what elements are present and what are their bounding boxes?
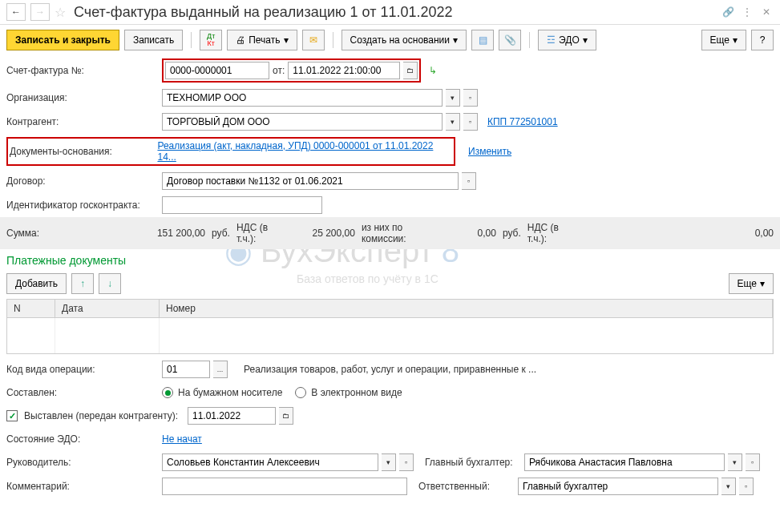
open-button[interactable]: ▫ (463, 89, 478, 107)
sum-value: 151 200,00 (61, 228, 205, 239)
vat-value: 25 200,00 (283, 228, 355, 239)
open-button[interactable]: ▫ (462, 172, 476, 190)
print-button[interactable]: 🖨 Печать ▾ (227, 30, 297, 50)
comment-input[interactable] (162, 478, 407, 495)
col-date[interactable]: Дата (55, 300, 160, 317)
gos-contract-input[interactable] (162, 196, 322, 214)
organization-label: Организация: (6, 92, 159, 103)
more-button[interactable]: Еще ▾ (701, 30, 746, 50)
back-button[interactable]: ← (6, 3, 26, 21)
responsible-label: Ответственный: (418, 481, 515, 492)
rub-label2: руб. (503, 228, 521, 239)
dropdown-button[interactable]: ▾ (446, 89, 460, 107)
counterparty-input[interactable] (162, 113, 443, 131)
payment-docs-table[interactable]: N Дата Номер (6, 299, 774, 354)
apply-icon[interactable]: ↳ (429, 65, 437, 76)
arrow-down-icon: ↓ (107, 278, 112, 289)
open-button[interactable]: ▫ (399, 453, 414, 471)
invoice-no-input[interactable] (165, 62, 269, 79)
col-n[interactable]: N (7, 300, 55, 317)
paper-radio-label: На бумажном носителе (178, 387, 282, 398)
calendar-button[interactable]: 🗀 (279, 407, 293, 425)
organization-input[interactable] (162, 89, 443, 107)
issued-label: Выставлен (передан контрагенту): (24, 410, 184, 421)
save-button[interactable]: Записать (124, 30, 183, 50)
dropdown-icon: ▾ (760, 278, 765, 289)
accountant-label: Главный бухгалтер: (425, 457, 521, 468)
comment-label: Комментарий: (6, 481, 159, 492)
paperclip-icon: 📎 (504, 34, 516, 46)
calendar-button[interactable]: 🗀 (403, 62, 418, 79)
select-button[interactable]: ... (213, 361, 228, 378)
attach-button[interactable]: 📎 (499, 30, 521, 50)
edo-state-link[interactable]: Не начат (162, 433, 202, 445)
accountant-input[interactable] (524, 453, 725, 471)
dropdown-button[interactable]: ▾ (382, 453, 396, 471)
dropdown-icon: ▾ (583, 34, 588, 46)
commission-label: из них по комиссии: (362, 222, 418, 244)
more-menu-icon[interactable]: ⋮ (740, 5, 754, 19)
op-code-input[interactable] (162, 361, 210, 378)
forward-button[interactable]: → (30, 3, 50, 21)
dropdown-icon: ▾ (284, 34, 289, 46)
vat2-label: НДС (в т.ч.): (527, 222, 568, 244)
manager-input[interactable] (162, 453, 378, 471)
save-and-close-button[interactable]: Записать и закрыть (6, 30, 119, 50)
paper-radio[interactable] (162, 387, 173, 398)
open-button[interactable]: ▫ (746, 453, 760, 471)
open-button[interactable]: ▫ (739, 478, 754, 495)
kpp-link[interactable]: КПП 772501001 (487, 116, 558, 127)
window-title: Счет-фактура выданный на реализацию 1 от… (74, 4, 716, 21)
compiled-label: Составлен: (6, 387, 159, 398)
move-down-button[interactable]: ↓ (99, 273, 121, 294)
structure-button[interactable]: ▤ (471, 30, 494, 50)
contract-input[interactable] (162, 172, 459, 190)
vat-label: НДС (в т.ч.): (236, 222, 277, 244)
basis-doc-link[interactable]: Реализация (акт, накладная, УПД) 0000-00… (157, 140, 452, 163)
vat2-value: 0,00 (574, 228, 774, 239)
commission-value: 0,00 (424, 228, 496, 239)
op-code-label: Код вида операции: (6, 364, 159, 375)
col-number[interactable]: Номер (160, 300, 773, 317)
more-button-table[interactable]: Еще ▾ (729, 273, 774, 294)
issued-checkbox[interactable]: ✓ (6, 410, 18, 421)
move-up-button[interactable]: ↑ (71, 273, 94, 294)
add-button[interactable]: Добавить (6, 273, 67, 294)
create-based-on-button[interactable]: Создать на основании ▾ (342, 30, 467, 50)
table-body[interactable] (7, 318, 773, 353)
sum-label: Сумма: (6, 228, 55, 239)
issued-date-input[interactable] (188, 407, 276, 425)
counterparty-label: Контрагент: (6, 116, 159, 127)
change-link[interactable]: Изменить (468, 146, 511, 157)
dt-kt-button[interactable]: ДтКт (200, 30, 222, 50)
electronic-radio[interactable] (295, 387, 306, 398)
mail-icon: ✉ (309, 34, 317, 46)
electronic-radio-label: В электронном виде (311, 387, 402, 398)
dropdown-icon: ▾ (453, 34, 458, 46)
edo-button[interactable]: ☲ ЭДО ▾ (538, 30, 596, 50)
dropdown-button[interactable]: ▾ (728, 453, 742, 471)
arrow-up-icon: ↑ (80, 278, 85, 289)
gos-contract-label: Идентификатор госконтракта: (6, 200, 159, 211)
help-button[interactable]: ? (751, 30, 774, 50)
from-label: от: (273, 65, 285, 76)
rub-label: руб. (212, 228, 230, 239)
email-button[interactable]: ✉ (302, 30, 325, 50)
link-icon[interactable]: 🔗 (721, 5, 735, 19)
dropdown-button[interactable]: ▾ (446, 113, 460, 131)
structure-icon: ▤ (479, 34, 487, 46)
edo-icon: ☲ (547, 34, 556, 46)
dropdown-button[interactable]: ▾ (721, 478, 736, 495)
invoice-date-input[interactable] (288, 62, 400, 79)
contract-label: Договор: (6, 175, 159, 187)
manager-label: Руководитель: (6, 457, 159, 468)
responsible-input[interactable] (518, 478, 718, 495)
invoice-no-label: Счет-фактура №: (6, 65, 159, 76)
basis-docs-label: Документы-основания: (10, 146, 157, 157)
printer-icon: 🖨 (236, 34, 245, 46)
favorite-star-icon[interactable]: ☆ (55, 5, 66, 20)
open-button[interactable]: ▫ (463, 113, 478, 131)
payment-docs-title: Платежные документы (0, 249, 780, 272)
close-icon[interactable]: ✕ (759, 5, 774, 19)
dropdown-icon: ▾ (733, 34, 738, 46)
